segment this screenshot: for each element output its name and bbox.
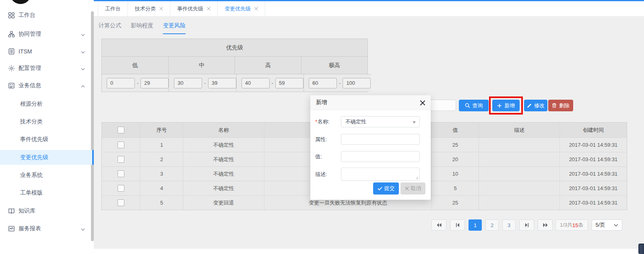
table-header-description: 描述: [479, 123, 559, 137]
table-row-checkbox-cell: [102, 181, 140, 195]
subtab-impact-degree[interactable]: 影响程度: [131, 22, 153, 34]
sidebar-item-collaboration[interactable]: 协同管理: [0, 27, 94, 41]
table-cell: 4: [140, 181, 183, 195]
table-row-checkbox-cell: [102, 195, 140, 210]
name-select[interactable]: 不确定性: [341, 116, 420, 127]
value-input[interactable]: [341, 151, 420, 162]
edit-button[interactable]: 修改: [524, 100, 547, 111]
table-cell: 2017-03-01 14:59:31: [559, 195, 627, 210]
sidebar-item-knowledge-base[interactable]: 知识库: [0, 204, 94, 218]
first-page-button[interactable]: [431, 219, 446, 231]
value-field-row: 值:: [315, 151, 420, 162]
table-cell: 不确定性: [183, 181, 264, 195]
close-icon[interactable]: [207, 7, 211, 10]
sidebar-item-incident-priority[interactable]: 事件优先级: [0, 132, 94, 147]
delete-button[interactable]: 删除: [548, 100, 573, 111]
plus-icon: [497, 103, 502, 108]
priority-critical-max-input[interactable]: [343, 78, 371, 88]
page-button-1[interactable]: 1: [469, 219, 482, 231]
select-all-checkbox[interactable]: [118, 127, 124, 133]
priority-high-max-input[interactable]: [275, 78, 303, 88]
sidebar-item-ticket-template[interactable]: 工单模版: [0, 186, 94, 200]
sidebar-item-business-system[interactable]: 业务系统: [0, 168, 94, 182]
table-row-checkbox-cell: [102, 137, 140, 152]
close-icon[interactable]: [159, 7, 163, 10]
priority-high-min-input[interactable]: [242, 78, 270, 88]
table-cell: 不确定性: [183, 166, 264, 181]
row-checkbox[interactable]: [118, 156, 124, 163]
priority-low-min-input[interactable]: [107, 78, 135, 88]
scrollbar-handle[interactable]: [638, 244, 644, 254]
table-cell: [479, 137, 559, 152]
search-button[interactable]: 查询: [459, 100, 489, 111]
pencil-icon: [527, 103, 532, 108]
pagination: 1 2 3 1/3共15条 5/页: [431, 219, 622, 231]
page-button-3[interactable]: 3: [502, 219, 516, 231]
table-cell: 2017-03-01 14:59:31: [559, 166, 627, 181]
page-button-2[interactable]: 2: [485, 219, 499, 231]
sidebar-item-business-info[interactable]: 业务信息: [0, 78, 94, 93]
row-checkbox[interactable]: [118, 199, 124, 206]
tab-incident-priority[interactable]: 事件优先级: [170, 1, 218, 16]
table-cell: 2017-03-01 14:59:31: [559, 152, 627, 166]
last-page-button[interactable]: [538, 219, 553, 231]
submit-button[interactable]: 提交: [373, 182, 399, 195]
table-cell: 10: [431, 166, 479, 181]
priority-level-critical: 极高: [301, 56, 367, 74]
row-checkbox[interactable]: [118, 141, 124, 148]
subtab-calc-formula[interactable]: 计算公式: [99, 22, 121, 34]
description-textarea[interactable]: [341, 168, 420, 181]
sidebar-item-root-analysis[interactable]: 根源分析: [0, 97, 94, 111]
page-size-select[interactable]: 5/页: [592, 219, 622, 231]
attribute-input[interactable]: [341, 134, 420, 145]
sidebar-item-service-report[interactable]: 服务报表: [0, 221, 94, 236]
add-dialog: 新增 *名称: 不确定性 属性: 值: 描述: 提交 取消: [310, 95, 431, 200]
next-page-button[interactable]: [519, 219, 534, 231]
trash-icon: [552, 103, 557, 108]
tab-tech-category[interactable]: 技术分类: [128, 1, 170, 16]
caret-down-icon: [413, 121, 416, 123]
prev-page-icon: [455, 223, 460, 227]
sidebar-item-tech-category[interactable]: 技术分类: [0, 115, 94, 129]
first-page-icon: [436, 223, 442, 227]
table-cell: 3: [140, 166, 183, 181]
close-icon[interactable]: [420, 100, 425, 105]
table-cell: 1: [140, 137, 183, 152]
add-button[interactable]: 新增: [492, 100, 520, 111]
tab-change-priority[interactable]: 变更优先级: [218, 1, 265, 16]
table-cell: 变更回退: [183, 195, 264, 210]
next-page-icon: [524, 223, 529, 227]
table-cell: [479, 166, 559, 181]
sidebar-item-workbench[interactable]: 工作台: [0, 8, 94, 23]
row-checkbox[interactable]: [118, 185, 124, 192]
priority-level-low: 低: [102, 56, 168, 74]
table-cell: 25: [431, 195, 479, 210]
book-icon: [8, 208, 15, 215]
row-checkbox[interactable]: [118, 170, 124, 177]
resize-handle-icon[interactable]: [415, 176, 419, 180]
cancel-button[interactable]: 取消: [400, 182, 425, 195]
table-header-created-at: 创建时间: [559, 123, 627, 137]
report-icon: [8, 225, 15, 232]
priority-medium-min-input[interactable]: [174, 78, 202, 88]
tab-workbench[interactable]: 工作台: [98, 1, 128, 16]
chevron-down-icon: [81, 225, 85, 232]
document-icon: [8, 48, 15, 55]
table-header-checkbox: [102, 123, 140, 137]
priority-medium-max-input[interactable]: [208, 78, 236, 88]
close-icon[interactable]: [254, 7, 258, 10]
check-icon: [378, 186, 382, 190]
priority-critical-min-input[interactable]: [309, 78, 337, 88]
top-accent-line: [94, 0, 644, 1]
sidebar-item-change-priority[interactable]: 变更优先级: [0, 150, 94, 165]
required-asterisk: *: [315, 119, 317, 125]
sidebar-item-config[interactable]: 配置管理: [0, 61, 94, 76]
sidebar-scrollbar[interactable]: [91, 11, 94, 241]
sidebar-item-itsm[interactable]: ITSM: [0, 44, 94, 59]
description-field-row: 描述:: [315, 168, 420, 181]
priority-low-max-input[interactable]: [140, 78, 169, 88]
table-cell: [479, 152, 559, 166]
table-cell: 2017-03-01 14:59:31: [559, 181, 627, 195]
prev-page-button[interactable]: [450, 219, 465, 231]
subtab-change-risk[interactable]: 变更风险: [163, 22, 186, 34]
